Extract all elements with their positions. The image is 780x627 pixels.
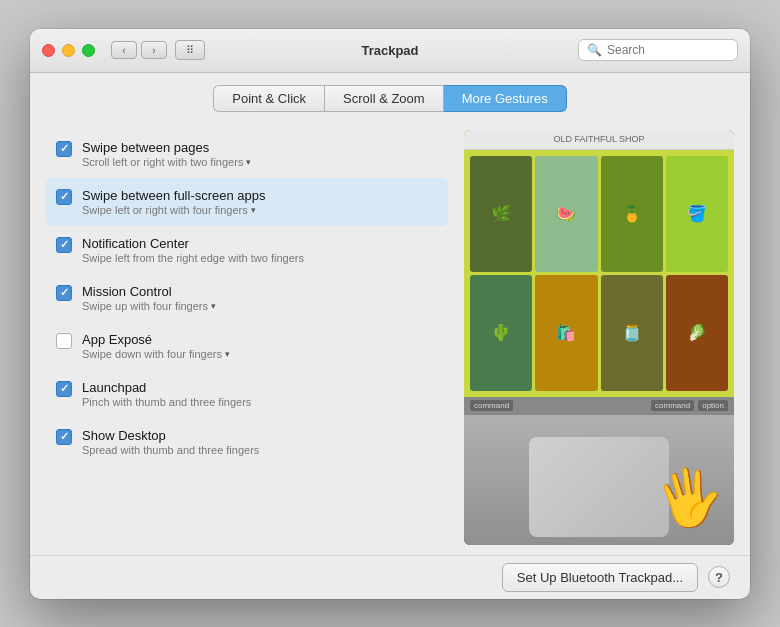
browser-title: OLD FAITHFUL SHOP [553,134,644,144]
settings-list: Swipe between pages Scroll left or right… [46,130,448,545]
dropdown-arrow-3[interactable]: ▾ [211,301,216,311]
setting-show-desktop[interactable]: Show Desktop Spread with thumb and three… [46,418,448,466]
setting-desc-mission-control: Swipe up with four fingers ▾ [82,300,216,312]
tab-scroll-zoom[interactable]: Scroll & Zoom [324,85,444,112]
setting-desc-show-desktop: Spread with thumb and three fingers [82,444,259,456]
setting-title-app-expose: App Exposé [82,332,230,347]
search-box[interactable]: 🔍 [578,39,738,61]
setting-desc-notification-center: Swipe left from the right edge with two … [82,252,304,264]
setting-desc-app-expose: Swipe down with four fingers ▾ [82,348,230,360]
dropdown-arrow-0[interactable]: ▾ [246,157,251,167]
setting-text-swipe-fullscreen: Swipe between full-screen apps Swipe lef… [82,188,266,216]
search-icon: 🔍 [587,43,602,57]
product-item: 🪣 [666,156,728,272]
checkbox-show-desktop[interactable] [56,429,72,445]
nav-buttons: ‹ › [111,41,167,59]
setting-desc-swipe-pages: Scroll left or right with two fingers ▾ [82,156,251,168]
setting-text-notification-center: Notification Center Swipe left from the … [82,236,304,264]
setting-text-mission-control: Mission Control Swipe up with four finge… [82,284,216,312]
product-item: 🫙 [601,275,663,391]
setting-text-show-desktop: Show Desktop Spread with thumb and three… [82,428,259,456]
checkbox-mission-control[interactable] [56,285,72,301]
checkbox-app-expose[interactable] [56,333,72,349]
tab-more-gestures[interactable]: More Gestures [444,85,567,112]
preview-area: OLD FAITHFUL SHOP 🌿 🍉 🍍 🪣 🌵 🛍️ 🫙 🥬 [464,130,734,545]
browser-chrome: OLD FAITHFUL SHOP [464,130,734,150]
setting-app-expose[interactable]: App Exposé Swipe down with four fingers … [46,322,448,370]
setting-text-swipe-pages: Swipe between pages Scroll left or right… [82,140,251,168]
minimize-button[interactable] [62,44,75,57]
setting-text-app-expose: App Exposé Swipe down with four fingers … [82,332,230,360]
setting-swipe-pages[interactable]: Swipe between pages Scroll left or right… [46,130,448,178]
product-item: 🥬 [666,275,728,391]
hand-graphic: 🖐 [650,459,729,535]
tab-bar: Point & Click Scroll & Zoom More Gesture… [30,73,750,120]
dropdown-arrow-1[interactable]: ▾ [251,205,256,215]
setting-desc-launchpad: Pinch with thumb and three fingers [82,396,251,408]
search-input[interactable] [607,43,729,57]
back-button[interactable]: ‹ [111,41,137,59]
setting-title-swipe-pages: Swipe between pages [82,140,251,155]
preview-image: OLD FAITHFUL SHOP 🌿 🍉 🍍 🪣 🌵 🛍️ 🫙 🥬 [464,130,734,545]
command-key-right: command [651,400,694,411]
setting-title-notification-center: Notification Center [82,236,304,251]
setting-desc-swipe-fullscreen: Swipe left or right with four fingers ▾ [82,204,266,216]
checkbox-swipe-pages[interactable] [56,141,72,157]
product-grid: 🌿 🍉 🍍 🪣 🌵 🛍️ 🫙 🥬 [464,150,734,397]
product-item: 🍍 [601,156,663,272]
product-item: 🛍️ [535,275,597,391]
product-item: 🌵 [470,275,532,391]
trackpad-surface [529,437,669,537]
setting-title-launchpad: Launchpad [82,380,251,395]
forward-button[interactable]: › [141,41,167,59]
window-title: Trackpad [361,43,418,58]
setting-title-show-desktop: Show Desktop [82,428,259,443]
product-item: 🌿 [470,156,532,272]
preview-top: OLD FAITHFUL SHOP 🌿 🍉 🍍 🪣 🌵 🛍️ 🫙 🥬 [464,130,734,397]
tab-point-click[interactable]: Point & Click [213,85,324,112]
traffic-lights [42,44,95,57]
checkbox-swipe-fullscreen[interactable] [56,189,72,205]
product-item: 🍉 [535,156,597,272]
setup-bluetooth-button[interactable]: Set Up Bluetooth Trackpad... [502,563,698,592]
titlebar: ‹ › ⠿ Trackpad 🔍 [30,29,750,73]
setting-mission-control[interactable]: Mission Control Swipe up with four finge… [46,274,448,322]
setting-title-mission-control: Mission Control [82,284,216,299]
maximize-button[interactable] [82,44,95,57]
setting-swipe-fullscreen[interactable]: Swipe between full-screen apps Swipe lef… [46,178,448,226]
setting-text-launchpad: Launchpad Pinch with thumb and three fin… [82,380,251,408]
footer: Set Up Bluetooth Trackpad... ? [30,555,750,599]
grid-button[interactable]: ⠿ [175,40,205,60]
setting-title-swipe-fullscreen: Swipe between full-screen apps [82,188,266,203]
dropdown-arrow-4[interactable]: ▾ [225,349,230,359]
content-area: Swipe between pages Scroll left or right… [30,120,750,555]
keyboard-bar: command command option [464,397,734,415]
checkbox-launchpad[interactable] [56,381,72,397]
command-key-left: command [470,400,513,411]
option-key: option [698,400,728,411]
main-window: ‹ › ⠿ Trackpad 🔍 Point & Click Scroll & … [30,29,750,599]
setting-launchpad[interactable]: Launchpad Pinch with thumb and three fin… [46,370,448,418]
setting-notification-center[interactable]: Notification Center Swipe left from the … [46,226,448,274]
help-button[interactable]: ? [708,566,730,588]
preview-bottom: 🖐 [464,415,734,545]
close-button[interactable] [42,44,55,57]
checkbox-notification-center[interactable] [56,237,72,253]
